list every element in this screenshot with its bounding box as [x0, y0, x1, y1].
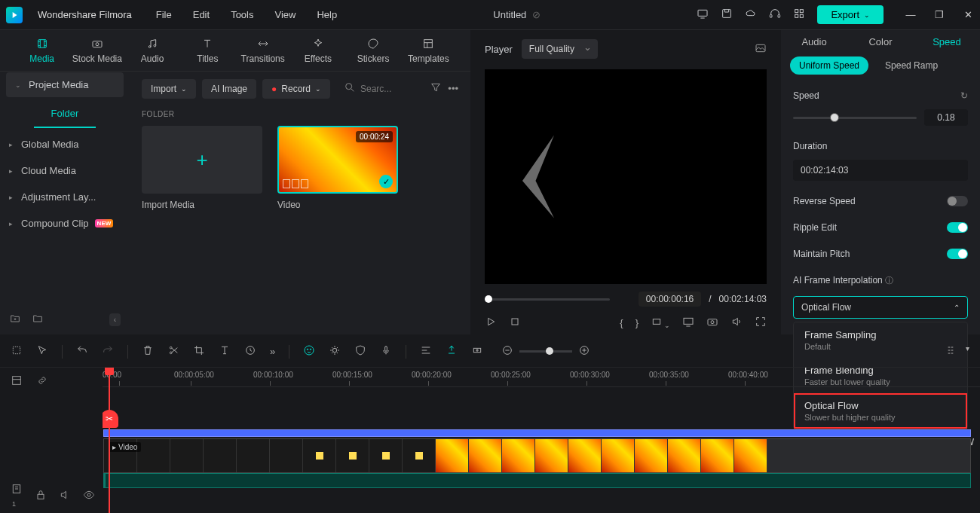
text-tool-icon[interactable] — [219, 344, 231, 359]
speed-tool-icon[interactable] — [244, 344, 256, 359]
menu-view[interactable]: View — [274, 9, 296, 20]
tab-templates[interactable]: Templates — [402, 37, 455, 64]
timeline-ruler[interactable]: 00:00 00:00:05:00 00:00:10:00 00:00:15:0… — [103, 368, 980, 387]
speed-slider[interactable] — [793, 117, 917, 119]
menu-tools[interactable]: Tools — [231, 9, 253, 20]
dropdown-icon[interactable]: ▾ — [966, 344, 969, 359]
tab-audio-props[interactable]: Audio — [781, 30, 847, 53]
scrub-bar[interactable] — [485, 298, 610, 301]
reset-speed-icon[interactable]: ↻ — [960, 90, 968, 101]
tab-audio[interactable]: Audio — [126, 37, 179, 64]
stop-icon[interactable] — [509, 316, 521, 330]
maintain-pitch-toggle[interactable] — [947, 249, 968, 259]
tab-stock-media[interactable]: Stock Media — [70, 37, 124, 64]
zoom-out-icon[interactable] — [501, 344, 513, 359]
speed-value[interactable]: 0.18 — [924, 109, 968, 126]
mark-out-icon[interactable]: } — [635, 317, 639, 328]
filter-icon[interactable] — [430, 81, 442, 96]
more-icon[interactable]: ••• — [448, 83, 458, 94]
screen-icon[interactable] — [697, 8, 709, 22]
keyframe-add-icon[interactable] — [471, 344, 483, 359]
shield-icon[interactable] — [354, 344, 366, 359]
selection-range[interactable] — [103, 429, 971, 437]
close-button[interactable]: ✕ — [962, 9, 974, 20]
camera-capture-icon[interactable] — [706, 316, 718, 330]
cut-icon[interactable] — [167, 344, 179, 359]
new-bin-icon[interactable] — [32, 313, 44, 327]
reverse-speed-toggle[interactable] — [947, 196, 968, 206]
link-icon[interactable] — [36, 374, 48, 389]
ai-interpolation-select[interactable]: Optical Flow⌃ — [793, 296, 968, 319]
search-input[interactable] — [336, 78, 424, 99]
export-button[interactable]: Export⌄ — [817, 5, 884, 24]
tab-effects[interactable]: Effects — [291, 37, 345, 64]
folder-tab[interactable]: Folder — [34, 100, 96, 128]
pointer-icon[interactable] — [11, 344, 23, 359]
mute-icon[interactable] — [59, 489, 71, 503]
visibility-icon[interactable] — [83, 489, 95, 503]
apps-icon[interactable] — [793, 8, 805, 22]
headphones-icon[interactable] — [769, 8, 781, 22]
tab-stickers[interactable]: Stickers — [347, 37, 400, 64]
mic-icon[interactable] — [380, 344, 392, 359]
audio-track[interactable] — [103, 473, 971, 488]
undo-icon[interactable] — [76, 344, 88, 359]
import-media-tile[interactable]: + Import Media — [142, 126, 262, 210]
track-settings-icon[interactable]: 1 — [11, 483, 23, 508]
redo-icon[interactable] — [102, 344, 114, 359]
tab-speed-props[interactable]: Speed — [914, 30, 980, 53]
video-track[interactable]: ▸Video — [103, 438, 971, 473]
ai-portrait-icon[interactable] — [303, 344, 315, 359]
grid-view-icon[interactable] — [946, 344, 958, 359]
collapse-sidebar-icon[interactable]: ‹ — [109, 313, 121, 326]
select-icon[interactable] — [36, 344, 48, 359]
enhance-icon[interactable] — [329, 344, 341, 359]
lock-icon[interactable] — [35, 489, 47, 503]
import-button[interactable]: Import⌄ — [142, 79, 196, 99]
playhead[interactable]: ✂ — [109, 368, 110, 513]
tab-color-props[interactable]: Color — [847, 30, 914, 53]
ai-image-button[interactable]: AI Image — [202, 79, 256, 99]
volume-icon[interactable] — [730, 316, 743, 330]
subtab-uniform-speed[interactable]: Uniform Speed — [790, 56, 868, 75]
align-icon[interactable] — [420, 344, 432, 359]
crop-icon[interactable] — [193, 344, 205, 359]
tab-media[interactable]: Media — [15, 37, 69, 64]
record-button[interactable]: ●Record⌄ — [262, 79, 330, 99]
cloud-icon[interactable] — [745, 8, 757, 22]
maximize-button[interactable]: ❐ — [933, 9, 945, 20]
menu-edit[interactable]: Edit — [193, 9, 210, 20]
video-tile[interactable]: 00:00:24 ✓ Video — [277, 126, 398, 210]
delete-icon[interactable] — [142, 344, 154, 359]
marker-icon[interactable] — [446, 344, 458, 359]
preview-canvas[interactable] — [485, 69, 767, 284]
current-time[interactable]: 00:00:00:16 — [639, 292, 701, 307]
zoom-in-icon[interactable] — [578, 344, 590, 359]
sidebar-item-compound-clip[interactable]: Compound ClipNEW — [0, 210, 130, 237]
mark-in-icon[interactable]: { — [620, 317, 623, 328]
minimize-button[interactable]: ― — [905, 9, 917, 20]
zoom-slider[interactable] — [519, 350, 572, 353]
project-media-select[interactable]: ⌄Project Media — [6, 72, 124, 97]
new-folder-icon[interactable] — [9, 313, 21, 327]
more-tools-icon[interactable]: » — [270, 346, 275, 357]
tab-transitions[interactable]: Transitions — [236, 37, 289, 64]
menu-help[interactable]: Help — [317, 9, 337, 20]
snapshot-icon[interactable] — [755, 42, 767, 56]
subtab-speed-ramp[interactable]: Speed Ramp — [876, 56, 947, 75]
scissors-icon[interactable]: ✂ — [103, 410, 118, 428]
project-name[interactable]: Untitled — [493, 9, 526, 20]
menu-file[interactable]: File — [156, 9, 172, 20]
sidebar-item-cloud-media[interactable]: Cloud Media — [0, 157, 130, 184]
screen-out-icon[interactable] — [682, 316, 694, 330]
ratio-icon[interactable]: ⌄ — [651, 316, 670, 330]
sidebar-item-global-media[interactable]: Global Media — [0, 131, 130, 157]
play-icon[interactable] — [485, 316, 497, 330]
fullscreen-icon[interactable] — [755, 316, 767, 330]
add-track-icon[interactable] — [11, 374, 23, 389]
quality-select[interactable]: Full Quality — [522, 39, 598, 59]
ripple-edit-toggle[interactable] — [947, 222, 968, 233]
sidebar-item-adjustment-layer[interactable]: Adjustment Lay... — [0, 184, 130, 210]
save-icon[interactable] — [721, 8, 733, 22]
duration-input[interactable]: 00:02:14:03 — [793, 160, 968, 181]
